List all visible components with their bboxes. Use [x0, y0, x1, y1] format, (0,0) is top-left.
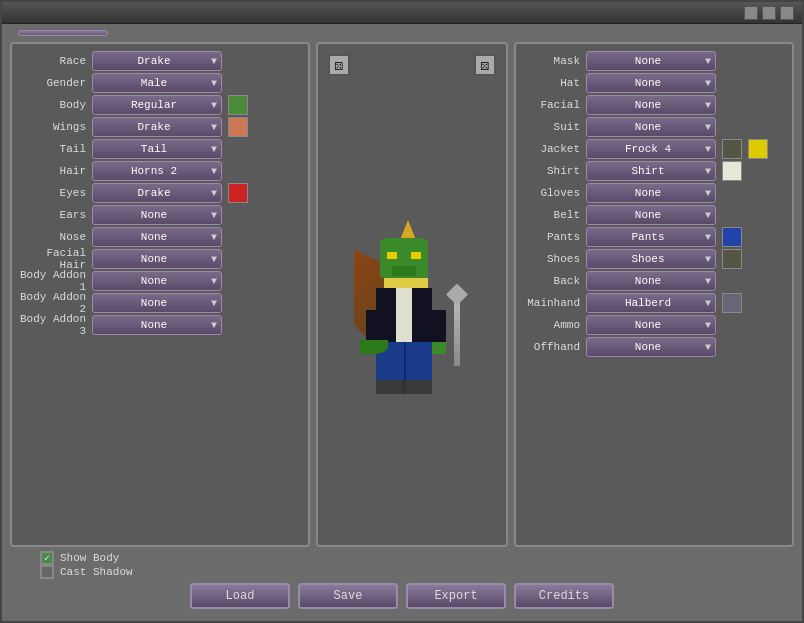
right-select-hat[interactable]: None ▼ [586, 73, 716, 93]
select-ears[interactable]: None ▼ [92, 205, 222, 225]
bottom-area: ✓ Show Body Cast Shadow LoadSaveExportCr… [10, 551, 794, 615]
shirt-front [396, 288, 412, 342]
weapon-head [446, 284, 468, 306]
right-arm [430, 310, 446, 354]
right-row-hat: Hat None ▼ [522, 72, 786, 94]
color-swatch-left-2[interactable] [228, 95, 248, 115]
middle-panel: ⚄ ⚄ [316, 42, 508, 547]
right-row-shirt: Shirt Shirt ▼ [522, 160, 786, 182]
tail-sprite [360, 340, 388, 354]
checkbox-0[interactable]: ✓ [40, 551, 54, 565]
right-select-ammo[interactable]: None ▼ [586, 315, 716, 335]
checkboxes-container: ✓ Show Body Cast Shadow [40, 551, 794, 579]
right-select-back[interactable]: None ▼ [586, 271, 716, 291]
right-label-5: Shirt [522, 165, 580, 177]
horn-sprite [400, 220, 416, 240]
color-swatch-right-8-1[interactable] [722, 227, 742, 247]
right-eye [411, 252, 421, 259]
select-gender[interactable]: Male ▼ [92, 73, 222, 93]
right-row-facial: Facial None ▼ [522, 94, 786, 116]
dice-icon-left[interactable]: ⚄ [328, 54, 350, 76]
label-3: Wings [18, 121, 86, 133]
left-row-body-addon-2: Body Addon 2 None ▼ [18, 292, 302, 314]
torso-sprite [376, 288, 432, 342]
select-eyes[interactable]: Drake ▼ [92, 183, 222, 203]
right-select-mainhand[interactable]: Halberd ▼ [586, 293, 716, 313]
right-label-6: Gloves [522, 187, 580, 199]
right-select-pants[interactable]: Pants ▼ [586, 227, 716, 247]
save-button[interactable]: Save [298, 583, 398, 609]
right-label-0: Mask [522, 55, 580, 67]
right-label-8: Pants [522, 231, 580, 243]
body-sprite [380, 220, 432, 394]
buttons-row: LoadSaveExportCredits [10, 583, 794, 615]
color-swatch-right-9-1[interactable] [722, 249, 742, 269]
color-swatch-left-6[interactable] [228, 183, 248, 203]
label-11: Body Addon 2 [18, 291, 86, 315]
color-swatch-right-4-1[interactable] [722, 139, 742, 159]
left-row-body-addon-3: Body Addon 3 None ▼ [18, 314, 302, 336]
right-select-offhand[interactable]: None ▼ [586, 337, 716, 357]
label-1: Gender [18, 77, 86, 89]
label-9: Facial Hair [18, 247, 86, 271]
left-row-body: Body Regular ▼ [18, 94, 302, 116]
left-shoe [376, 380, 402, 394]
select-tail[interactable]: Tail ▼ [92, 139, 222, 159]
left-panel: Race Drake ▼ Gender Male ▼ Body Regular … [10, 42, 310, 547]
label-12: Body Addon 3 [18, 313, 86, 337]
character-sprite [352, 220, 472, 400]
right-select-jacket[interactable]: Frock 4 ▼ [586, 139, 716, 159]
character-display [352, 80, 472, 539]
select-facial-hair[interactable]: None ▼ [92, 249, 222, 269]
select-body[interactable]: Regular ▼ [92, 95, 222, 115]
load-button[interactable]: Load [190, 583, 290, 609]
color-swatch-right-11-1[interactable] [722, 293, 742, 313]
minimize-button[interactable] [744, 6, 758, 20]
right-row-back: Back None ▼ [522, 270, 786, 292]
right-select-mask[interactable]: None ▼ [586, 51, 716, 71]
right-row-gloves: Gloves None ▼ [522, 182, 786, 204]
color-swatch-right-4-2[interactable] [748, 139, 768, 159]
maximize-button[interactable] [762, 6, 776, 20]
select-wings[interactable]: Drake ▼ [92, 117, 222, 137]
right-select-suit[interactable]: None ▼ [586, 117, 716, 137]
right-select-belt[interactable]: None ▼ [586, 205, 716, 225]
label-6: Eyes [18, 187, 86, 199]
left-row-hair: Hair Horns 2 ▼ [18, 160, 302, 182]
right-row-mask: Mask None ▼ [522, 50, 786, 72]
select-body-addon-3[interactable]: None ▼ [92, 315, 222, 335]
left-row-race: Race Drake ▼ [18, 50, 302, 72]
right-select-facial[interactable]: None ▼ [586, 95, 716, 115]
right-label-3: Suit [522, 121, 580, 133]
right-select-shirt[interactable]: Shirt ▼ [586, 161, 716, 181]
right-select-shoes[interactable]: Shoes ▼ [586, 249, 716, 269]
checkbox-1[interactable] [40, 565, 54, 579]
right-row-ammo: Ammo None ▼ [522, 314, 786, 336]
right-label-11: Mainhand [522, 297, 580, 309]
left-row-tail: Tail Tail ▼ [18, 138, 302, 160]
right-select-gloves[interactable]: None ▼ [586, 183, 716, 203]
color-swatch-left-3[interactable] [228, 117, 248, 137]
select-race[interactable]: Drake ▼ [92, 51, 222, 71]
label-7: Ears [18, 209, 86, 221]
credits-button[interactable]: Credits [514, 583, 614, 609]
checkboxes-area: ✓ Show Body Cast Shadow [40, 551, 794, 579]
pants-seam [404, 342, 406, 380]
export-button[interactable]: Export [406, 583, 506, 609]
label-2: Body [18, 99, 86, 111]
select-body-addon-1[interactable]: None ▼ [92, 271, 222, 291]
left-row-gender: Gender Male ▼ [18, 72, 302, 94]
left-row-nose: Nose None ▼ [18, 226, 302, 248]
close-button[interactable] [780, 6, 794, 20]
left-row-eyes: Eyes Drake ▼ [18, 182, 302, 204]
head-sprite [380, 238, 428, 278]
color-swatch-right-5-1[interactable] [722, 161, 742, 181]
left-row-wings: Wings Drake ▼ [18, 116, 302, 138]
select-nose[interactable]: None ▼ [92, 227, 222, 247]
right-row-offhand: Offhand None ▼ [522, 336, 786, 358]
select-hair[interactable]: Horns 2 ▼ [92, 161, 222, 181]
palette-select[interactable] [18, 30, 108, 36]
dice-icon-right[interactable]: ⚄ [474, 54, 496, 76]
label-10: Body Addon 1 [18, 269, 86, 293]
select-body-addon-2[interactable]: None ▼ [92, 293, 222, 313]
